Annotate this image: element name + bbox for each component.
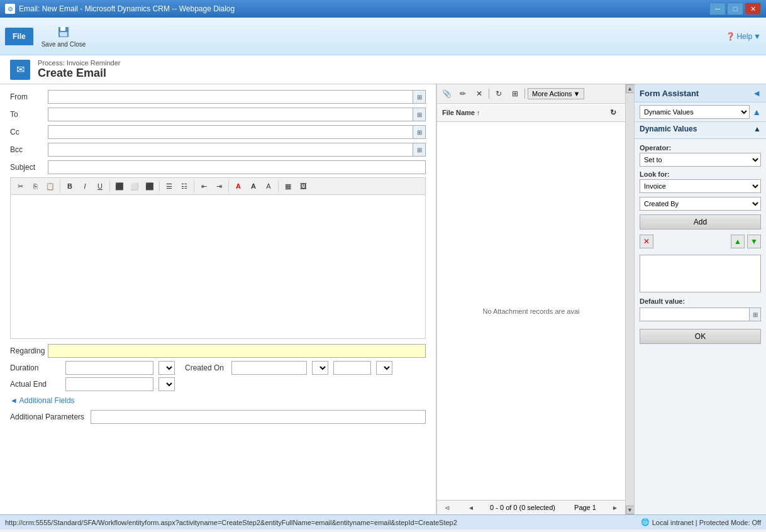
att-sep-2	[525, 89, 525, 99]
from-lookup-button[interactable]: ⊞	[413, 91, 425, 103]
minimize-button[interactable]: ─	[709, 3, 726, 15]
actual-end-label: Actual End	[10, 380, 60, 389]
created-on-time-input[interactable]	[333, 361, 371, 375]
bcc-lookup-button[interactable]: ⊞	[413, 143, 425, 156]
more-actions-label: More Actions	[532, 90, 572, 97]
email-body-editor[interactable]	[10, 194, 426, 339]
indent-decrease-button[interactable]: ⇤	[197, 179, 211, 193]
bcc-input[interactable]	[48, 143, 413, 156]
regarding-label: Regarding	[10, 346, 48, 355]
bcc-row: Bcc ⊞	[10, 142, 426, 157]
default-value-input[interactable]	[640, 308, 749, 321]
scroll-down-button[interactable]: ▼	[626, 506, 635, 514]
field-select[interactable]: Created By Modified By Owner Status	[640, 197, 761, 211]
actual-end-row: Actual End	[10, 377, 426, 391]
toolbar-sep-1	[60, 180, 60, 192]
close-button[interactable]: ✕	[745, 3, 761, 15]
from-input[interactable]	[48, 91, 413, 103]
copy-button[interactable]: ⎘	[28, 179, 42, 193]
more-actions-button[interactable]: More Actions ▼	[528, 88, 584, 99]
save-close-button[interactable]: Save and Close	[36, 21, 92, 51]
section-collapse-icon[interactable]: ▲	[753, 125, 761, 133]
subject-label: Subject	[10, 163, 48, 172]
bcc-input-container: ⊞	[48, 143, 426, 157]
to-input-container: ⊞	[48, 108, 426, 121]
refresh-attachment-button[interactable]: ↻	[492, 87, 506, 101]
align-center-button[interactable]: ⬜	[128, 179, 142, 193]
scroll-up-button[interactable]: ▲	[626, 84, 635, 93]
section-collapse-button[interactable]: ▲	[752, 107, 761, 117]
default-value-lookup-button[interactable]: ⊞	[749, 308, 760, 321]
file-tab[interactable]: File	[5, 28, 33, 45]
align-left-button[interactable]: ⬛	[113, 179, 126, 193]
operator-select[interactable]: Set to Append to Clear	[640, 153, 761, 167]
additional-fields-toggle[interactable]: ◄ Additional Fields	[10, 394, 426, 407]
cc-lookup-button[interactable]: ⊞	[413, 126, 425, 138]
page-label: Page 1	[574, 504, 596, 511]
move-up-button[interactable]: ▲	[731, 235, 745, 248]
subject-row: Subject	[10, 160, 426, 175]
insert-image-button[interactable]: 🖼	[296, 179, 310, 193]
app-icon: ⚙	[5, 4, 15, 14]
cc-input[interactable]	[48, 126, 413, 138]
to-lookup-button[interactable]: ⊞	[413, 108, 425, 121]
created-on-ampm[interactable]	[376, 361, 392, 375]
attach-file-button[interactable]: 📎	[440, 87, 453, 101]
operator-label: Operator:	[640, 144, 761, 152]
duration-dropdown[interactable]	[158, 361, 175, 375]
export-attachment-button[interactable]: ⊞	[508, 87, 522, 101]
regarding-input[interactable]: {Invoice(Invoice)}	[48, 344, 426, 358]
assistant-list-area	[640, 255, 761, 292]
attachment-panel: 📎 ✏ ✕ ↻ ⊞ More Actions ▼ File Name ↑ ↻ N…	[436, 84, 625, 514]
numbers-button[interactable]: ☷	[177, 179, 191, 193]
cut-button[interactable]: ✂	[13, 179, 27, 193]
operator-group: Operator: Set to Append to Clear	[640, 144, 761, 167]
bullets-button[interactable]: ☰	[162, 179, 176, 193]
actual-end-input[interactable]	[65, 377, 153, 391]
add-button[interactable]: Add	[640, 214, 761, 230]
assistant-header: Form Assistant ◄	[635, 84, 766, 103]
bold-button[interactable]: B	[63, 179, 77, 193]
additional-parameters-input[interactable]	[91, 410, 426, 424]
font-style-button[interactable]: A	[262, 179, 275, 193]
first-page-button[interactable]: ⊲	[442, 502, 452, 513]
duration-input[interactable]	[65, 361, 153, 375]
zone-icon: 🌐	[641, 518, 650, 526]
created-on-input[interactable]	[231, 361, 307, 375]
underline-button[interactable]: U	[93, 179, 107, 193]
paste-button[interactable]: 📋	[43, 179, 57, 193]
att-refresh-icon[interactable]: ↻	[606, 106, 620, 119]
title-bar: ⚙ Email: New Email - Microsoft Dynamics …	[0, 0, 766, 18]
window-controls: ─ □ ✕	[709, 3, 761, 15]
toolbar-sep-3	[159, 180, 160, 192]
look-for-select[interactable]: Invoice Contact Account Lead	[640, 179, 761, 193]
actual-end-dropdown[interactable]	[158, 377, 175, 391]
italic-button[interactable]: I	[78, 179, 92, 193]
next-page-button[interactable]: ►	[610, 502, 620, 513]
prev-page-button[interactable]: ◄	[466, 502, 476, 513]
created-on-dropdown[interactable]	[312, 361, 328, 375]
status-bar: http://crm:5555/Standard/SFA/Workflow/en…	[0, 514, 766, 529]
ok-button[interactable]: OK	[640, 329, 761, 344]
dynamic-values-select[interactable]: Dynamic Values Static Values	[640, 105, 750, 119]
assistant-title: Form Assistant	[640, 89, 699, 98]
font-size-button[interactable]: A	[247, 179, 260, 193]
restore-button[interactable]: □	[727, 3, 743, 15]
delete-action-button[interactable]: ✕	[640, 235, 653, 248]
subject-input[interactable]	[48, 160, 426, 174]
font-color-button[interactable]: A	[231, 179, 245, 193]
assistant-expand-button[interactable]: ◄	[752, 88, 761, 98]
delete-attachment-button[interactable]: ✕	[472, 87, 486, 101]
dynamic-values-section: Dynamic Values Static Values ▲	[635, 103, 766, 122]
insert-table-button[interactable]: ▦	[281, 179, 295, 193]
dynamic-values-expanded: Dynamic Values ▲	[635, 122, 766, 139]
attachment-toolbar: 📎 ✏ ✕ ↻ ⊞ More Actions ▼	[437, 84, 625, 104]
move-down-button[interactable]: ▼	[747, 235, 761, 248]
to-input[interactable]	[48, 108, 413, 121]
indent-increase-button[interactable]: ⇥	[212, 179, 226, 193]
align-right-button[interactable]: ⬛	[143, 179, 157, 193]
edit-attachment-button[interactable]: ✏	[456, 87, 470, 101]
toolbar-sep-2	[109, 180, 110, 192]
more-actions-arrow: ▼	[574, 90, 580, 97]
help-button[interactable]: ❓ Help ▼	[726, 32, 761, 41]
